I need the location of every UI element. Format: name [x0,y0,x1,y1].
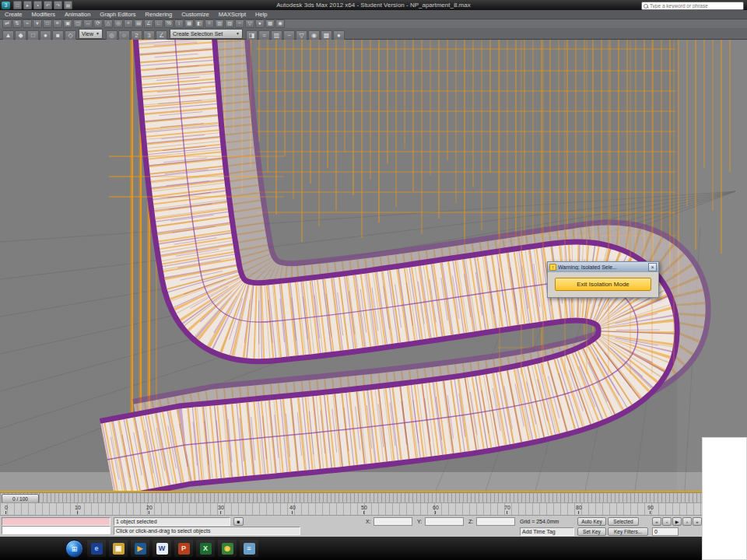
redo-icon[interactable]: ↷ [54,1,62,9]
playback-controls: «‹▶›» [652,517,702,526]
save-file-icon[interactable]: ▪ [33,1,42,9]
set-key-button[interactable]: Set Key [577,527,606,536]
track-bar-tick: 70 [504,505,510,514]
layer-manager-icon[interactable]: ▥ [215,19,224,28]
track-bar-tick: 0 [5,505,8,514]
named-selection-sets-icon[interactable]: ▦ [184,19,194,28]
warning-dialog-body: Exit Isolation Mode [548,272,658,297]
menu-create[interactable]: Create [0,10,27,19]
powerpoint-icon: P [178,543,190,555]
media-player-icon[interactable]: ▶ [131,540,149,557]
x-coord-label: X: [366,519,371,524]
application-button[interactable]: 3 [2,2,10,9]
track-bar-tick: 80 [576,505,582,514]
notepad-icon: ≡ [244,543,255,555]
menu-graph-editors[interactable]: Graph Editors [95,10,140,19]
z-coord-field[interactable] [476,517,515,526]
track-bar-tick: 10 [75,505,81,514]
open-file-icon[interactable]: ▸ [23,1,32,9]
warning-dialog: ! Warning: Isolated Sele... × Exit Isola… [547,261,659,298]
warning-dialog-titlebar[interactable]: ! Warning: Isolated Sele... × [548,262,658,272]
go-to-start-icon[interactable]: « [652,517,661,526]
track-bar-tick: 40 [289,505,296,514]
add-time-tag[interactable]: Add Time Tag [520,527,574,536]
powerpoint-icon[interactable]: P [174,540,193,557]
taskbar-icons: e▣▶WPX◉≡ [87,540,258,557]
quick-access-toolbar: □▸▪↶↷▤ [12,1,72,9]
excel-icon[interactable]: X [196,540,215,557]
title-bar: 3 □▸▪↶↷▤ Autodesk 3ds Max 2012 x64 - Stu… [0,0,747,10]
status-bar: 1 object selected Click or click-and-dra… [0,515,747,537]
project-folder-icon[interactable]: ▤ [64,1,72,9]
menu-rendering[interactable]: Rendering [141,10,177,19]
internet-explorer-icon: e [91,543,103,555]
grid-spacing-label: Grid = 254.0mm [520,519,559,524]
exit-isolation-mode-button[interactable]: Exit Isolation Mode [555,278,651,291]
spinner-snap-icon[interactable]: ↕ [174,19,184,28]
new-scene-icon[interactable]: □ [13,1,22,9]
search-input[interactable] [650,3,742,9]
word-icon: W [156,543,168,555]
secondary-toolbar: ▲◆□●■◇ View▼ ◎○23∠ Create Selection Set▼… [0,28,747,40]
chevron-down-icon: ▼ [96,31,100,36]
x-coord-field[interactable] [374,517,412,526]
track-bar[interactable]: 0102030405060708090100 [0,502,747,515]
chrome-icon: ◉ [222,543,233,555]
webcam-overlay [702,437,747,560]
y-coord-label: Y: [417,519,422,524]
play-icon[interactable]: ▶ [672,517,682,526]
track-bar-tick: 50 [361,505,367,514]
time-slider[interactable]: 0 / 100 [0,492,747,502]
menu-animation[interactable]: Animation [60,10,95,19]
key-filters-button[interactable]: Key Filters... [608,527,648,536]
menu-modifiers[interactable]: Modifiers [27,10,60,19]
start-button[interactable]: ⊞ [65,540,83,558]
search-icon [644,4,648,9]
previous-frame-icon[interactable]: ‹ [662,517,672,526]
y-coord-field[interactable] [425,517,464,526]
menu-maxscript[interactable]: MAXScript [214,10,251,19]
maxscript-mini-listener-white[interactable] [2,526,110,534]
internet-explorer-icon[interactable]: e [87,540,106,557]
close-icon[interactable]: × [648,263,657,271]
select-and-rotate-icon[interactable]: ⟳ [93,19,103,28]
menu-help[interactable]: Help [251,10,272,19]
selected-dropdown[interactable]: Selected [608,517,639,526]
taskbar: ⊞ e▣▶WPX◉≡ [0,537,747,560]
reference-coordinate-dropdown[interactable]: View▼ [79,29,103,39]
current-frame-field[interactable] [652,527,679,536]
align-icon[interactable]: = [205,19,214,28]
selection-status: 1 object selected [114,517,230,526]
go-to-end-icon[interactable]: » [693,517,702,526]
word-icon[interactable]: W [153,540,171,557]
chevron-down-icon: ▼ [236,31,240,36]
media-player-icon: ▶ [135,543,146,555]
windows-explorer-icon[interactable]: ▣ [109,540,128,557]
graphite-ribbon-icon[interactable]: ▨ [225,19,234,28]
named-selection-set-dropdown[interactable]: Create Selection Set▼ [170,29,243,39]
windows-explorer-icon: ▣ [113,543,124,555]
infocenter-search[interactable] [641,2,744,10]
z-coord-label: Z: [468,519,473,524]
excel-icon: X [200,543,212,555]
window-title: Autodesk 3ds Max 2012 x64 - Student Vers… [0,2,747,9]
next-frame-icon[interactable]: › [682,517,692,526]
track-bar-tick: 30 [218,505,224,514]
curve-editor-icon[interactable]: ~ [235,19,244,28]
track-bar-tick: 20 [146,505,153,514]
notepad-icon[interactable]: ≡ [240,540,258,557]
mirror-icon[interactable]: ◧ [195,19,204,28]
prompt-line: Click or click-and-drag to select object… [114,527,300,535]
track-bar-tick: 90 [647,505,654,514]
menu-bar: Create Modifiers Animation Graph Editors… [0,10,747,19]
warning-icon: ! [549,264,556,271]
maxscript-mini-listener-pink[interactable] [2,517,110,526]
auto-key-button[interactable]: Auto Key [577,517,606,526]
warning-dialog-title: Warning: Isolated Sele... [558,264,647,270]
selection-lock-toggle[interactable]: ■ [233,517,244,526]
select-and-move-icon[interactable]: ↔ [83,19,93,28]
chrome-icon[interactable]: ◉ [218,540,237,557]
track-bar-tick: 60 [433,505,439,514]
undo-icon[interactable]: ↶ [44,1,52,9]
menu-customize[interactable]: Customize [177,10,213,19]
